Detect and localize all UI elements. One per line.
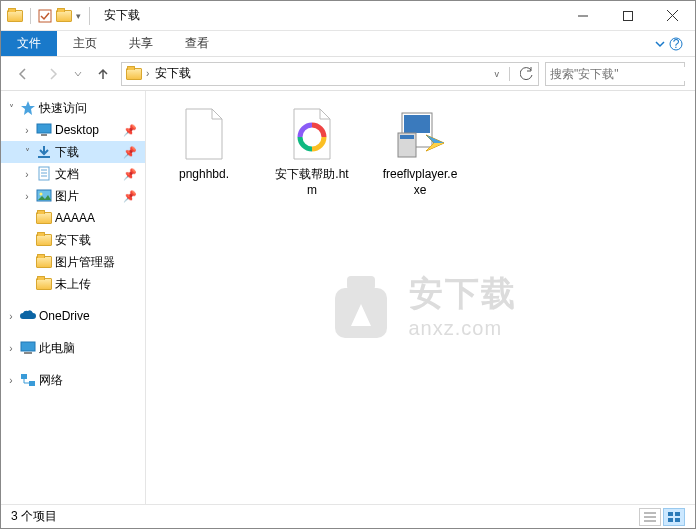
sidebar-item-downloads[interactable]: ˅ 下载 📌 <box>1 141 145 163</box>
svg-rect-24 <box>404 115 430 133</box>
breadcrumb-item[interactable]: 安下载 <box>153 65 193 82</box>
svg-rect-2 <box>623 11 632 20</box>
expand-icon[interactable]: › <box>21 169 33 180</box>
ribbon: 文件 主页 共享 查看 ? <box>1 31 695 57</box>
minimize-button[interactable] <box>560 1 605 31</box>
maximize-button[interactable] <box>605 1 650 31</box>
svg-text:?: ? <box>673 37 680 51</box>
file-item[interactable]: freeflvplayer.exe <box>380 105 460 198</box>
expand-icon[interactable]: › <box>5 311 17 322</box>
svg-rect-21 <box>29 381 35 386</box>
checkbox-icon[interactable] <box>38 9 52 23</box>
file-item[interactable]: pnghhbd. <box>164 105 244 183</box>
expand-icon[interactable]: › <box>5 343 17 354</box>
up-button[interactable] <box>91 62 115 86</box>
network-icon <box>19 373 37 387</box>
address-bar: › 安下载 v <box>1 57 695 91</box>
watermark: 安下载 anxz.com <box>325 266 517 346</box>
navigation-pane: ˅ 快速访问 › Desktop 📌 ˅ 下载 📌 › 文档 📌 › 图片 📌 <box>1 91 146 504</box>
folder-icon <box>35 234 53 246</box>
file-exe-icon <box>396 105 444 163</box>
star-icon <box>19 100 37 116</box>
breadcrumb-folder-icon <box>126 68 142 80</box>
watermark-cn: 安下载 <box>409 271 517 317</box>
pin-icon: 📌 <box>123 146 137 159</box>
app-folder-icon <box>7 10 23 22</box>
downloads-icon <box>35 145 53 159</box>
expand-icon[interactable]: › <box>21 125 33 136</box>
sidebar-item-pictures[interactable]: › 图片 📌 <box>1 185 145 207</box>
svg-rect-33 <box>675 512 680 516</box>
file-label: freeflvplayer.exe <box>380 167 460 198</box>
statusbar: 3 个项目 <box>1 504 695 528</box>
sidebar-item-label: 图片管理器 <box>55 254 115 271</box>
folder-icon <box>35 278 53 290</box>
sidebar-item-label: AAAAA <box>55 211 95 225</box>
sidebar-item-label: OneDrive <box>39 309 90 323</box>
collapse-icon[interactable]: ˅ <box>21 147 33 158</box>
file-label: pnghhbd. <box>179 167 229 183</box>
qat-folder-icon[interactable] <box>56 10 72 22</box>
tab-home[interactable]: 主页 <box>57 31 113 56</box>
sidebar-item-folder[interactable]: 图片管理器 <box>1 251 145 273</box>
sidebar-item-desktop[interactable]: › Desktop 📌 <box>1 119 145 141</box>
view-switcher <box>639 508 685 526</box>
close-button[interactable] <box>650 1 695 31</box>
pictures-icon <box>35 189 53 203</box>
svg-rect-18 <box>21 342 35 351</box>
sidebar-onedrive[interactable]: › OneDrive <box>1 305 145 327</box>
expand-icon[interactable]: › <box>5 375 17 386</box>
svg-rect-9 <box>37 124 51 133</box>
svg-rect-20 <box>21 374 27 379</box>
collapse-icon[interactable]: ˅ <box>5 103 17 114</box>
history-dropdown-icon[interactable]: v <box>495 69 500 79</box>
search-input[interactable] <box>545 62 685 86</box>
svg-point-17 <box>40 193 43 196</box>
qat-separator <box>30 8 31 24</box>
breadcrumb[interactable]: › 安下载 v <box>121 62 539 86</box>
svg-rect-32 <box>668 512 673 516</box>
window-controls <box>560 1 695 31</box>
sidebar-item-folder[interactable]: 未上传 <box>1 273 145 295</box>
separator <box>509 67 510 81</box>
thispc-icon <box>19 341 37 355</box>
sidebar-item-documents[interactable]: › 文档 📌 <box>1 163 145 185</box>
sidebar-item-label: 图片 <box>55 188 79 205</box>
svg-rect-0 <box>39 10 51 22</box>
sidebar-network[interactable]: › 网络 <box>1 369 145 391</box>
back-button[interactable] <box>11 62 35 86</box>
file-item[interactable]: 安下载帮助.htm <box>272 105 352 198</box>
sidebar-item-label: 网络 <box>39 372 63 389</box>
desktop-icon <box>35 123 53 137</box>
view-icons-button[interactable] <box>663 508 685 526</box>
sidebar-item-label: Desktop <box>55 123 99 137</box>
chevron-right-icon[interactable]: › <box>146 68 149 79</box>
forward-button[interactable] <box>41 62 65 86</box>
document-icon <box>35 166 53 182</box>
tab-view[interactable]: 查看 <box>169 31 225 56</box>
tab-file[interactable]: 文件 <box>1 31 57 56</box>
view-details-button[interactable] <box>639 508 661 526</box>
expand-icon[interactable]: › <box>21 191 33 202</box>
pin-icon: 📌 <box>123 124 137 137</box>
qat-dropdown-icon[interactable]: ▾ <box>76 11 81 21</box>
watermark-en: anxz.com <box>409 317 517 340</box>
refresh-icon[interactable] <box>520 67 534 81</box>
sidebar-quick-access[interactable]: ˅ 快速访问 <box>1 97 145 119</box>
ribbon-expand[interactable]: ? <box>642 31 695 56</box>
help-icon[interactable]: ? <box>669 37 683 51</box>
tab-share[interactable]: 共享 <box>113 31 169 56</box>
sidebar-item-label: 安下载 <box>55 232 91 249</box>
window-title: 安下载 <box>104 7 140 24</box>
file-pane[interactable]: pnghhbd. 安下载帮助.htm <box>146 91 695 504</box>
sidebar-item-folder[interactable]: AAAAA <box>1 207 145 229</box>
file-htm-icon <box>288 105 336 163</box>
titlebar: ▾ 安下载 <box>1 1 695 31</box>
folder-icon <box>35 256 53 268</box>
sidebar-item-folder[interactable]: 安下载 <box>1 229 145 251</box>
separator <box>89 7 90 25</box>
sidebar-thispc[interactable]: › 此电脑 <box>1 337 145 359</box>
file-blank-icon <box>180 105 228 163</box>
recent-dropdown[interactable] <box>71 62 85 86</box>
search-field[interactable] <box>550 67 696 81</box>
